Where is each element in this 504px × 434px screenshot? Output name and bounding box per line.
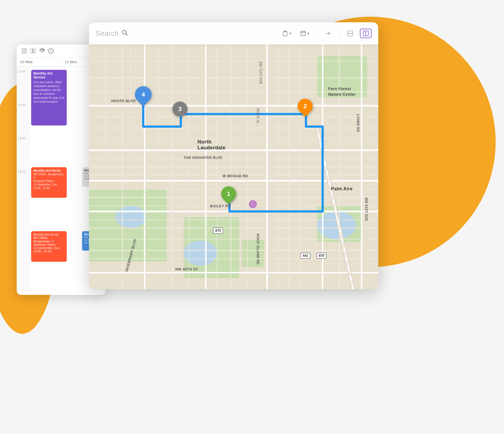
time-1300-2: 13:00 bbox=[17, 103, 30, 136]
map-marker-3[interactable]: 3 bbox=[172, 102, 187, 117]
svg-rect-2 bbox=[21, 53, 27, 53]
search-bar: Search bbox=[96, 29, 275, 38]
time-1300-1: 13:00 bbox=[17, 69, 30, 103]
toolbar-divider-1 bbox=[317, 29, 317, 37]
search-icon[interactable] bbox=[121, 29, 128, 38]
toolbar-divider-2 bbox=[339, 29, 339, 37]
shield-870-right: 870 bbox=[317, 253, 327, 259]
sidebar-toggle-icon[interactable] bbox=[21, 48, 27, 54]
search-placeholder: Search bbox=[96, 29, 118, 38]
split-horizontal-button[interactable] bbox=[345, 29, 355, 38]
event-desc: Cum quo harum. Ullam voluptatem possimus… bbox=[33, 80, 65, 104]
map-toolbar: Search ▾ ▾ bbox=[89, 22, 378, 45]
marker-2-label: 2 bbox=[303, 103, 307, 110]
map-panel: Search ▾ ▾ bbox=[89, 22, 378, 289]
calendar-button[interactable]: ▾ bbox=[298, 29, 312, 38]
svg-point-28 bbox=[115, 206, 146, 228]
svg-rect-22 bbox=[317, 56, 367, 97]
event-meta: 14:00 - 15:30 bbox=[33, 187, 65, 190]
split-vertical-button[interactable] bbox=[360, 29, 372, 38]
time-1300-4: 13:00 bbox=[17, 169, 30, 203]
marker-3-label: 3 bbox=[178, 105, 182, 113]
day-header-wed: 10 Wed bbox=[17, 58, 61, 66]
svg-rect-0 bbox=[21, 49, 27, 49]
time-1300-3: 13:00 bbox=[17, 136, 30, 169]
event-monthly-ant-orange2[interactable]: Monthly Ant Servic WV 26501, Morgantown,… bbox=[31, 231, 67, 262]
event-meta: 14 September, Sun bbox=[33, 183, 65, 186]
svg-point-29 bbox=[184, 241, 217, 266]
clipboard-chevron: ▾ bbox=[289, 31, 291, 36]
svg-rect-10 bbox=[283, 32, 287, 36]
event-title: Monthly Ant Service bbox=[33, 71, 65, 79]
event-meta: WV 26501, Morgantown, V bbox=[33, 236, 65, 243]
day-col-wed: Monthly Ant Service Cum quo harum. Ullam… bbox=[30, 66, 68, 292]
time-column: 13:00 13:00 13:00 13:00 bbox=[17, 66, 30, 292]
marker-1-label: 1 bbox=[227, 190, 230, 198]
map-roads-svg bbox=[89, 45, 378, 289]
marker-4-label: 4 bbox=[142, 91, 145, 98]
clipboard-button[interactable]: ▾ bbox=[280, 29, 293, 38]
svg-line-8 bbox=[126, 34, 128, 36]
event-meta: Sampson Totton bbox=[33, 243, 65, 246]
forward-button[interactable] bbox=[323, 29, 333, 38]
svg-rect-13 bbox=[301, 31, 306, 36]
event-meta: 14:00 - 15:30 bbox=[33, 250, 65, 253]
event-title: Monthly Ant Servic bbox=[33, 233, 65, 236]
event-monthly-ant-orange1[interactable]: Monthly Ant Servic WV 26501, Morgantown,… bbox=[31, 167, 67, 198]
event-meta: Sampson Totton bbox=[33, 179, 65, 183]
event-meta: WV 26501, Morgantown, V bbox=[33, 173, 65, 179]
help-icon[interactable]: ? bbox=[48, 48, 54, 54]
svg-rect-3 bbox=[30, 49, 33, 53]
svg-rect-1 bbox=[21, 51, 27, 51]
svg-text:?: ? bbox=[50, 49, 52, 53]
calendar-chevron: ▾ bbox=[307, 31, 309, 36]
event-title: Monthly Ant Servic bbox=[33, 169, 65, 172]
svg-rect-26 bbox=[242, 239, 264, 267]
map-canvas: HGATE BLVD SW 71ST AVE NorthLauderdale T… bbox=[89, 45, 378, 289]
svg-rect-4 bbox=[34, 49, 36, 53]
sync-icon[interactable] bbox=[39, 48, 45, 54]
shield-441: 441 bbox=[300, 253, 310, 259]
columns-icon[interactable] bbox=[30, 48, 36, 54]
event-meta: 14 September, Sun bbox=[33, 246, 65, 250]
map-marker-purple[interactable] bbox=[249, 200, 257, 208]
event-monthly-ant-purple[interactable]: Monthly Ant Service Cum quo harum. Ullam… bbox=[31, 70, 67, 125]
shield-870-left: 870 bbox=[213, 228, 223, 234]
